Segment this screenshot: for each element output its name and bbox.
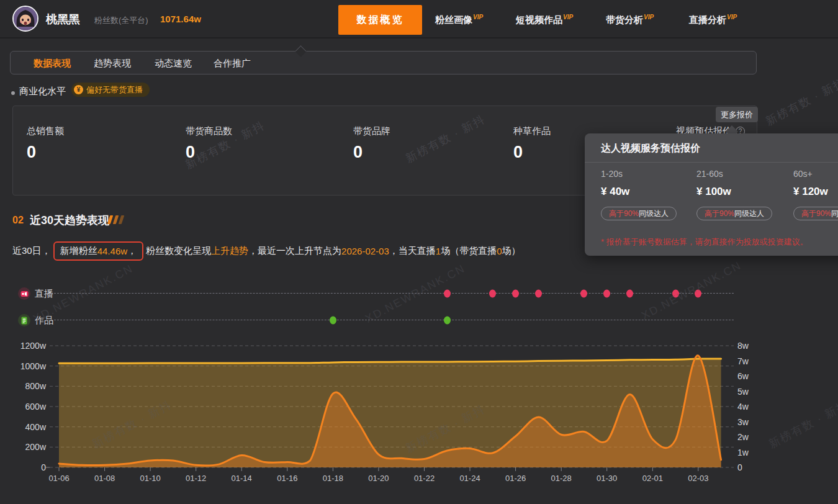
- live-marker-dot[interactable]: [626, 290, 633, 298]
- svg-text:800w: 800w: [25, 381, 47, 391]
- stat-value: 0: [353, 143, 390, 162]
- tooltip-divider: [585, 162, 838, 163]
- svg-text:01-24: 01-24: [459, 474, 480, 483]
- nav-tab-ecommerce-analysis[interactable]: 带货分析VIP: [606, 14, 654, 26]
- svg-text:01-06: 01-06: [48, 474, 69, 483]
- stat-seeding-works: 种草作品 0: [513, 125, 551, 162]
- svg-text:01-10: 01-10: [140, 474, 160, 483]
- rise-date-value: 2026-02-03: [341, 246, 389, 256]
- avatar-image: [14, 7, 37, 30]
- works-marker-row: 作品: [0, 314, 838, 326]
- fans-count-label: 粉丝数(全平台): [94, 15, 148, 26]
- section-number: 02: [12, 215, 24, 226]
- svg-text:1w: 1w: [737, 448, 749, 457]
- quote-rank-badge: 高于90%同级达人: [696, 207, 772, 220]
- live-marker-dot[interactable]: [535, 290, 542, 298]
- live-marker-dot[interactable]: [512, 290, 519, 298]
- trend-summary-sentence: 近30日， 新增粉丝 44.46w ， 粉丝数变化呈现 上升趋势 ，最近一次上升…: [12, 240, 520, 262]
- dashboard-page: 新榜有数 · 新抖 新榜有数 · 新抖 新榜有数 · 新抖 XD.NEWRANK…: [0, 0, 838, 504]
- new-fans-label: 新增粉丝: [60, 245, 97, 257]
- top-header: 桃黑黑 粉丝数(全平台) 1071.64w 数据概览 粉丝画像VIP 短视频作品…: [0, 0, 838, 37]
- works-timeline-line: [51, 320, 734, 320]
- tooltip-title: 达人视频服务预估报价: [601, 142, 700, 155]
- stat-product-count: 带货商品数 0: [186, 125, 232, 162]
- tab-cooperation-promo[interactable]: 合作推广: [214, 58, 251, 70]
- svg-text:200w: 200w: [25, 442, 47, 452]
- more-quotes-button[interactable]: 更多报价: [716, 107, 758, 122]
- svg-text:1200w: 1200w: [20, 341, 47, 351]
- nav-tab-fan-profile[interactable]: 粉丝画像VIP: [435, 14, 483, 26]
- quote-price: ¥ 120w: [793, 186, 838, 198]
- quote-duration: 21-60s: [696, 169, 790, 179]
- commercial-badge-text: 偏好无带货直播: [86, 84, 143, 96]
- svg-text:01-14: 01-14: [232, 474, 252, 483]
- works-legend-label: 作品: [35, 315, 53, 326]
- section-title: 近30天趋势表现: [30, 213, 109, 228]
- svg-text:0: 0: [737, 462, 742, 472]
- commerce-live-count-value: 0: [497, 246, 502, 256]
- svg-text:01-30: 01-30: [597, 474, 617, 483]
- svg-text:02-01: 02-01: [642, 474, 663, 483]
- live-marker-dot[interactable]: [603, 290, 610, 298]
- nav-tab-data-overview[interactable]: 数据概览: [338, 5, 422, 35]
- coin-icon: ¥: [74, 85, 83, 94]
- stat-label: 带货商品数: [186, 125, 232, 137]
- new-fans-highlight-box: 新增粉丝 44.46w ，: [53, 241, 143, 261]
- svg-text:3w: 3w: [737, 417, 749, 427]
- nav-tab-short-video[interactable]: 短视频作品VIP: [516, 14, 573, 26]
- svg-text:02-03: 02-03: [688, 474, 708, 483]
- live-marker-dot[interactable]: [580, 290, 587, 298]
- avatar[interactable]: [12, 6, 38, 32]
- stat-value: 0: [186, 143, 232, 162]
- svg-text:4w: 4w: [737, 402, 749, 412]
- tooltip-disclaimer: * 报价基于账号数据估算，请勿直接作为投放或投资建议。: [601, 236, 808, 248]
- works-marker-dot[interactable]: [330, 317, 336, 325]
- fans-trend-chart[interactable]: 0200w400w600w800w1000w1200w01w2w3w4w5w6w…: [0, 335, 838, 504]
- nav-tab-live-analysis[interactable]: 直播分析VIP: [689, 14, 737, 26]
- summary-prefix: 近30日，: [12, 245, 51, 257]
- stat-total-sales: 总销售额 0: [27, 125, 64, 162]
- watermark-brand: 新榜有数 · 新抖: [763, 74, 838, 129]
- sub-tabs-bar: 数据表现 趋势表现 动态速览 合作推广: [10, 51, 757, 74]
- svg-text:01-12: 01-12: [186, 474, 206, 483]
- quote-price: ¥ 40w: [601, 186, 694, 198]
- commercial-preference-badge: ¥ 偏好无带货直播: [71, 83, 150, 97]
- stat-value: 0: [513, 143, 551, 162]
- stat-brand-count: 带货品牌 0: [353, 125, 390, 162]
- stat-label: 总销售额: [27, 125, 64, 137]
- summary-seg3: ，当天直播: [389, 245, 436, 257]
- tab-trend-performance[interactable]: 趋势表现: [94, 58, 131, 70]
- works-marker-dot[interactable]: [444, 317, 451, 325]
- nav-tab-label: 直播分析: [689, 14, 726, 25]
- svg-text:01-18: 01-18: [323, 474, 343, 483]
- svg-text:7w: 7w: [737, 356, 749, 366]
- stat-label: 种草作品: [513, 125, 551, 137]
- live-count-value: 1: [436, 246, 441, 256]
- live-marker-dot[interactable]: [489, 290, 496, 298]
- fans-count-value: 1071.64w: [160, 14, 201, 24]
- new-fans-value: 44.46w: [97, 246, 127, 256]
- nav-tab-label: 粉丝画像: [435, 14, 472, 25]
- account-name: 桃黑黑: [46, 12, 79, 27]
- vip-badge: VIP: [727, 14, 737, 20]
- live-marker-dot[interactable]: [444, 290, 451, 298]
- tab-activity-overview[interactable]: 动态速览: [155, 58, 192, 70]
- quote-price: ¥ 100w: [696, 186, 790, 198]
- video-quote-tooltip: 达人视频服务预估报价 1-20s ¥ 40w 高于90%同级达人 21-60s …: [585, 133, 838, 256]
- live-marker-row: 直播: [0, 287, 838, 300]
- stat-label: 带货品牌: [353, 125, 390, 137]
- section-accent-marks-icon: [109, 215, 123, 224]
- svg-text:0: 0: [41, 462, 46, 472]
- new-fans-comma: ，: [127, 245, 137, 257]
- quote-col-60s-plus: 60s+ ¥ 120w 高于90%同级达人: [793, 169, 838, 220]
- live-icon: [18, 287, 30, 300]
- nav-tab-label: 短视频作品: [516, 14, 562, 25]
- live-marker-dot[interactable]: [672, 290, 679, 298]
- tab-data-performance[interactable]: 数据表现: [34, 58, 71, 70]
- live-marker-dot[interactable]: [695, 290, 701, 298]
- quote-rank-badge: 高于90%同级达人: [601, 207, 677, 220]
- svg-text:5w: 5w: [737, 387, 749, 397]
- trend-direction-value: 上升趋势: [211, 245, 248, 257]
- svg-text:8w: 8w: [737, 341, 749, 351]
- svg-text:2w: 2w: [737, 432, 749, 442]
